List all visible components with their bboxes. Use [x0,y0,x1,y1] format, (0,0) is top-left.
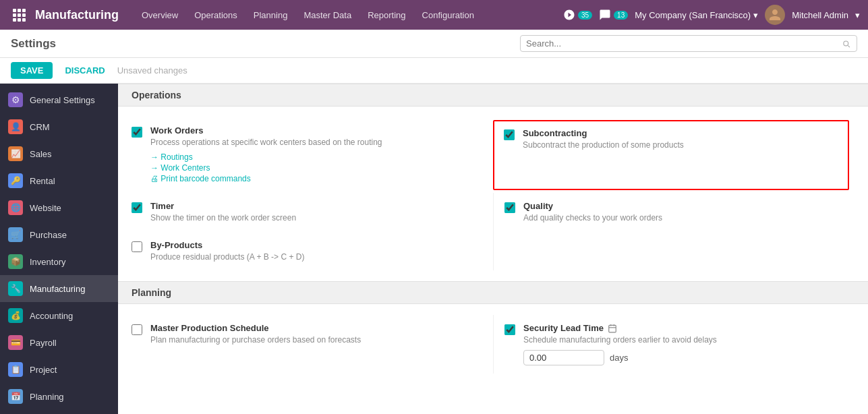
app-title: Manufacturing [35,8,119,22]
days-label: days [610,353,628,363]
print-barcode-link[interactable]: 🖨 Print barcode commands [150,174,482,183]
sidebar-item-inventory[interactable]: 📦 Inventory [0,248,118,275]
by-products-description: Produce residual products (A + B -> C + … [150,252,482,263]
by-products-title: By-Products [150,240,482,250]
sidebar-item-label: CRM [30,122,50,132]
master-production-schedule-checkbox[interactable] [132,324,142,335]
sidebar-item-label: Project [30,365,57,375]
nav-overview[interactable]: Overview [135,6,185,24]
general-settings-icon: ⚙ [8,92,23,107]
operations-settings-grid: Work Orders Process operations at specif… [118,107,868,281]
messages-button[interactable]: 13 [599,9,628,21]
message-badge: 13 [614,11,628,20]
work-orders-description: Process operations at specific work cent… [150,137,482,148]
planning-icon: 📅 [8,389,23,404]
toolbar: SAVE DISCARD Unsaved changes [0,58,868,84]
website-icon: 🌐 [8,200,23,215]
security-lead-time-input[interactable] [523,350,604,365]
work-orders-links: → Routings → Work Centers 🖨 Print barcod… [150,152,482,183]
sidebar-item-payroll[interactable]: 💳 Payroll [0,329,118,356]
navbar: Manufacturing Overview Operations Planni… [0,0,868,30]
master-production-schedule-description: Plan manufacturing or purchase orders ba… [150,334,482,346]
master-production-schedule-setting: Master Production Schedule Plan manufact… [132,315,493,374]
message-icon [599,9,611,21]
work-centers-link[interactable]: → Work Centers [150,163,482,173]
sidebar-item-website[interactable]: 🌐 Website [0,194,118,221]
svg-rect-0 [609,325,616,332]
timer-title: Timer [150,201,482,211]
page-title: Settings [11,37,520,51]
settings-content: Operations Work Orders Process operation… [118,84,868,414]
nav-planning[interactable]: Planning [247,6,295,24]
timer-checkbox[interactable] [132,202,142,213]
timer-setting: Timer Show the timer on the work order s… [132,193,493,232]
sidebar-item-general-settings[interactable]: ⚙ General Settings [0,86,118,113]
payroll-icon: 💳 [8,335,23,350]
activity-icon [563,9,575,21]
sidebar-item-label: Sales [30,149,52,159]
subcontracting-description: Subcontract the production of some produ… [523,140,838,151]
main-layout: ⚙ General Settings 👤 CRM 📈 Sales 🔑 Renta… [0,84,868,414]
sidebar-item-label: Payroll [30,338,57,348]
purchase-icon: 🛒 [8,227,23,242]
sales-icon: 📈 [8,146,23,161]
master-production-schedule-content: Master Production Schedule Plan manufact… [150,323,482,346]
user-name[interactable]: Mitchell Admin [792,10,848,20]
rental-icon: 🔑 [8,173,23,188]
master-production-schedule-title: Master Production Schedule [150,323,482,333]
navbar-right: 35 13 My Company (San Francisco) ▾ Mitch… [563,5,860,25]
sidebar-item-label: Manufacturing [30,284,85,294]
by-products-right-empty [493,232,855,271]
quality-content: Quality Add quality checks to your work … [523,201,844,224]
sidebar-item-rental[interactable]: 🔑 Rental [0,167,118,194]
subcontracting-title: Subcontracting [523,128,838,138]
security-lead-time-description: Schedule manufacturing orders earlier to… [523,334,844,346]
planning-section-header: Planning [118,281,868,304]
user-avatar-image [768,8,782,22]
work-orders-setting: Work Orders Process operations at specif… [132,117,493,193]
sidebar-item-planning[interactable]: 📅 Planning [0,383,118,410]
search-input[interactable] [526,38,842,49]
quality-setting: Quality Add quality checks to your work … [493,193,855,232]
nav-reporting[interactable]: Reporting [361,6,412,24]
quality-checkbox[interactable] [504,202,515,213]
sidebar-item-label: Accounting [30,311,73,321]
inventory-icon: 📦 [8,254,23,269]
timer-description: Show the timer on the work order screen [150,212,482,224]
work-orders-content: Work Orders Process operations at specif… [150,125,482,185]
sidebar-item-crm[interactable]: 👤 CRM [0,113,118,140]
sidebar-item-manufacturing[interactable]: 🔧 Manufacturing [0,275,118,302]
subcontracting-content: Subcontracting Subcontract the productio… [523,128,838,151]
work-orders-checkbox[interactable] [132,127,142,138]
sidebar-item-accounting[interactable]: 💰 Accounting [0,302,118,329]
company-chevron-icon: ▾ [753,10,758,20]
nav-configuration[interactable]: Configuration [415,6,481,24]
navbar-menu: Overview Operations Planning Master Data… [135,6,563,24]
apps-grid-icon[interactable] [8,4,30,26]
discard-button[interactable]: DISCARD [58,62,111,79]
unsaved-changes-label: Unsaved changes [117,65,187,76]
save-button[interactable]: SAVE [11,62,53,79]
timer-content: Timer Show the timer on the work order s… [150,201,482,224]
sidebar-item-sales[interactable]: 📈 Sales [0,140,118,167]
sidebar-item-label: Website [30,203,61,213]
crm-icon: 👤 [8,119,23,134]
nav-operations[interactable]: Operations [187,6,244,24]
subcontracting-checkbox[interactable] [504,129,515,140]
activity-button[interactable]: 35 [563,9,592,21]
sidebar-item-project[interactable]: 📋 Project [0,356,118,383]
sidebar-item-purchase[interactable]: 🛒 Purchase [0,221,118,248]
routings-link[interactable]: → Routings [150,152,482,162]
security-lead-time-checkbox[interactable] [504,324,515,335]
work-orders-title: Work Orders [150,125,482,136]
quality-title: Quality [523,201,844,211]
by-products-checkbox[interactable] [132,241,142,252]
settings-header: Settings [0,30,868,58]
project-icon: 📋 [8,362,23,377]
operations-section-header: Operations [118,84,868,107]
nav-master-data[interactable]: Master Data [297,6,358,24]
company-selector[interactable]: My Company (San Francisco) ▾ [635,10,758,20]
search-bar[interactable] [520,35,857,52]
security-lead-time-setting: Security Lead Time Schedule manufacturin… [493,315,855,374]
manufacturing-icon: 🔧 [8,281,23,296]
